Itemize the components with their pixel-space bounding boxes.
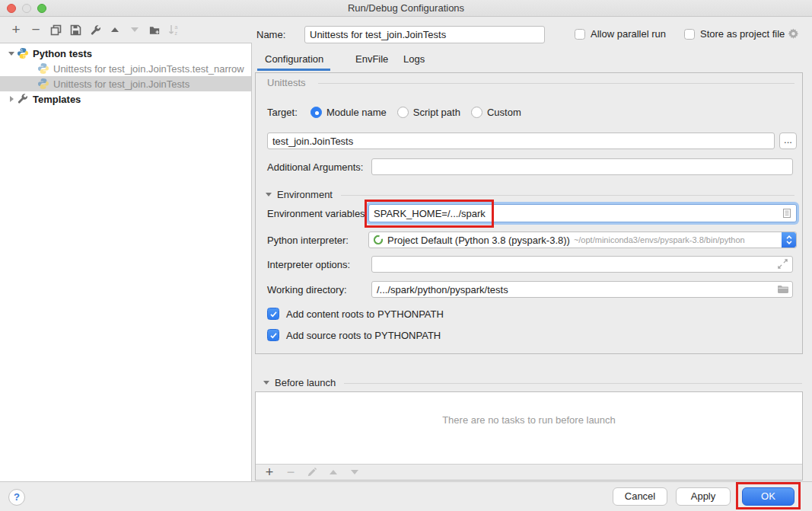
tree-item-label: Unittests for test_join.JoinTests — [53, 78, 189, 90]
folder-icon[interactable] — [777, 283, 789, 295]
python-icon — [37, 62, 49, 75]
radio-script-path-label: Script path — [413, 107, 460, 118]
radio-custom-label: Custom — [487, 107, 521, 118]
add-content-roots-checkbox[interactable]: Add content roots to PYTHONPATH — [267, 308, 444, 320]
name-label: Name: — [256, 29, 285, 40]
traffic-lights — [7, 4, 46, 13]
collapse-triangle-icon[interactable] — [266, 193, 272, 196]
chevron-down-icon[interactable] — [6, 52, 17, 56]
wrench-icon — [17, 93, 29, 105]
help-button[interactable]: ? — [8, 489, 25, 506]
svg-text:a: a — [175, 24, 178, 30]
selected-tab-underline — [257, 69, 330, 71]
zoom-window-button[interactable] — [37, 4, 46, 13]
tree-item-label: Python tests — [33, 48, 92, 59]
add-icon[interactable]: + — [263, 466, 275, 478]
section-environment-label: Environment — [277, 189, 333, 200]
target-label: Target: — [267, 107, 310, 118]
before-launch-toolbar: + − — [256, 464, 802, 480]
minimize-window-button[interactable] — [22, 4, 31, 13]
chevron-right-icon[interactable] — [6, 96, 17, 102]
apply-button[interactable]: Apply — [676, 487, 731, 506]
conda-env-icon — [373, 235, 384, 245]
tree-item-label: Templates — [33, 94, 81, 105]
add-source-roots-checkbox[interactable]: Add source roots to PYTHONPATH — [267, 329, 441, 341]
store-as-project-file-label: Store as project file — [700, 28, 785, 40]
tab-configuration[interactable]: Configuration — [265, 53, 323, 65]
svg-text:z: z — [175, 30, 178, 36]
collapse-triangle-icon[interactable] — [263, 381, 269, 385]
combo-stepper-icon[interactable] — [782, 232, 796, 248]
allow-parallel-run-checkbox[interactable]: Allow parallel run — [575, 28, 666, 40]
additional-arguments-label: Additional Arguments: — [267, 161, 363, 173]
store-as-project-file-checkbox[interactable]: Store as project file — [684, 28, 785, 40]
target-row: Target: Module name Script path Custom — [267, 107, 532, 118]
working-directory-input[interactable] — [371, 281, 793, 298]
tab-envfile[interactable]: EnvFile — [355, 53, 388, 65]
before-launch-panel: There are no tasks to run before launch … — [255, 391, 803, 481]
module-field-wrap — [267, 133, 775, 149]
python-interpreter-path: ~/opt/miniconda3/envs/pyspark-3.8/bin/py… — [574, 235, 745, 244]
radio-unselected-icon[interactable] — [397, 107, 409, 118]
allow-parallel-run-label: Allow parallel run — [591, 28, 666, 40]
save-icon[interactable] — [69, 24, 81, 36]
tab-logs[interactable]: Logs — [403, 53, 425, 65]
browse-button[interactable]: ... — [779, 133, 797, 149]
move-down-icon[interactable] — [129, 24, 141, 36]
additional-arguments-input[interactable] — [371, 158, 793, 175]
remove-icon[interactable]: − — [30, 24, 42, 36]
section-environment[interactable]: Environment — [266, 189, 333, 200]
section-divider — [344, 383, 802, 384]
close-window-button[interactable] — [7, 4, 16, 13]
move-up-icon[interactable] — [327, 466, 339, 478]
radio-script-path[interactable]: Script path — [397, 107, 460, 118]
interpreter-options-input[interactable] — [371, 256, 793, 273]
copy-icon[interactable] — [49, 24, 62, 36]
interpreter-options-label: Interpreter options: — [267, 259, 350, 270]
before-launch-header[interactable]: Before launch — [263, 377, 336, 388]
radio-custom[interactable]: Custom — [471, 107, 521, 118]
expand-field-icon[interactable] — [777, 258, 789, 270]
move-down-icon[interactable] — [349, 466, 361, 478]
checkbox-checked-icon[interactable] — [267, 308, 279, 320]
tree-item-templates[interactable]: Templates — [0, 91, 251, 107]
remove-icon[interactable]: − — [285, 466, 297, 478]
radio-unselected-icon[interactable] — [471, 107, 482, 118]
before-launch-empty-message: There are no tasks to run before launch — [256, 414, 802, 426]
add-source-roots-label: Add source roots to PYTHONPATH — [286, 330, 441, 341]
working-directory-label: Working directory: — [267, 284, 347, 295]
environment-variables-label: Environment variables: — [267, 208, 368, 219]
tree-item-unittests-jointests[interactable]: Unittests for test_join.JoinTests — [0, 76, 251, 91]
python-interpreter-combobox[interactable]: Project Default (Python 3.8 (pyspark-3.8… — [368, 232, 797, 248]
python-icon — [37, 78, 49, 90]
env-list-icon[interactable] — [781, 207, 793, 219]
module-name-input[interactable] — [267, 133, 775, 149]
sort-icon[interactable]: az — [168, 24, 180, 36]
add-content-roots-label: Add content roots to PYTHONPATH — [286, 308, 444, 320]
name-input[interactable] — [304, 26, 545, 43]
checkbox-unchecked-icon[interactable] — [575, 29, 585, 40]
checkbox-checked-icon[interactable] — [267, 329, 279, 341]
gear-icon[interactable] — [788, 28, 799, 40]
configuration-panel: Unittests Target: Module name Script pat… — [255, 72, 803, 354]
move-up-icon[interactable] — [109, 24, 121, 36]
new-folder-icon[interactable] — [148, 24, 161, 36]
radio-module-name[interactable]: Module name — [310, 107, 387, 118]
add-icon[interactable]: + — [10, 24, 22, 36]
working-directory-wrap — [371, 281, 793, 298]
environment-variables-input[interactable] — [368, 204, 797, 222]
checkbox-unchecked-icon[interactable] — [684, 29, 695, 40]
wrench-icon[interactable] — [89, 24, 101, 36]
before-launch-label: Before launch — [275, 377, 336, 388]
ok-button[interactable]: OK — [742, 487, 794, 506]
section-divider — [318, 83, 794, 84]
configurations-toolbar: + − az — [10, 24, 180, 36]
tree-item-python-tests[interactable]: Python tests — [0, 46, 251, 61]
tree-item-unittests-test-narrow[interactable]: Unittests for test_join.JoinTests.test_n… — [0, 61, 251, 76]
edit-pencil-icon[interactable] — [306, 466, 318, 478]
additional-arguments-wrap — [371, 158, 793, 175]
cancel-button[interactable]: Cancel — [613, 487, 667, 506]
python-interpreter-label: Python interpreter: — [267, 235, 349, 246]
name-field-wrap — [304, 26, 545, 43]
radio-selected-icon[interactable] — [310, 107, 322, 118]
